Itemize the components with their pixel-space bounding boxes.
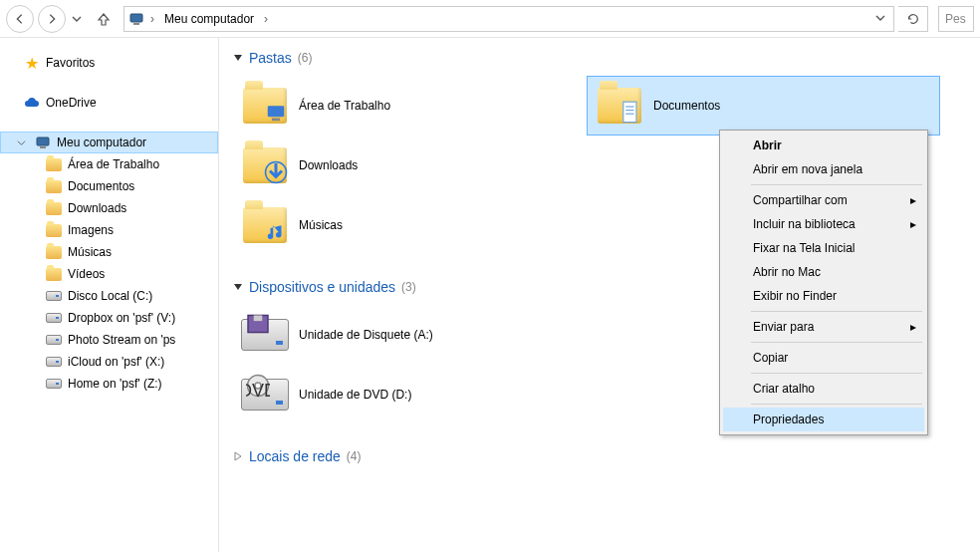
ctx-open[interactable]: Abrir <box>723 134 924 157</box>
collapse-icon <box>233 282 243 292</box>
network-drive-icon <box>46 376 62 392</box>
svg-rect-4 <box>268 106 285 117</box>
ctx-share-with[interactable]: Compartilhar com▸ <box>723 188 924 212</box>
dvd-drive-icon: DVD <box>241 371 289 418</box>
ctx-pin-start[interactable]: Fixar na Tela Inicial <box>723 236 924 260</box>
back-button[interactable] <box>6 5 34 33</box>
folder-downloads-icon <box>241 141 289 189</box>
network-drive-icon <box>46 310 62 326</box>
ctx-create-shortcut[interactable]: Criar atalho <box>723 377 924 401</box>
sidebar-item-documents[interactable]: Documentos <box>0 175 218 197</box>
sidebar-item-favorites[interactable]: ★ Favoritos <box>0 52 218 74</box>
sidebar-item-onedrive[interactable]: OneDrive <box>0 92 218 114</box>
group-header-folders[interactable]: Pastas (6) <box>233 50 966 66</box>
floppy-drive-icon <box>241 311 289 359</box>
folder-icon <box>46 244 62 260</box>
group-header-network[interactable]: Locais de rede (4) <box>233 448 966 464</box>
sidebar-item-local-disk[interactable]: Disco Local (C:) <box>0 285 218 307</box>
tile-label: Área de Trabalho <box>299 99 390 113</box>
sidebar-item-dropbox[interactable]: Dropbox on 'psf' (V:) <box>0 307 218 329</box>
navigation-pane: ★ Favoritos OneDrive Meu computador Área… <box>0 38 219 552</box>
submenu-arrow-icon: ▸ <box>910 320 916 334</box>
ctx-show-finder[interactable]: Exibir no Finder <box>723 284 924 308</box>
ctx-label: Exibir no Finder <box>753 289 837 303</box>
computer-icon <box>35 135 51 150</box>
sidebar-item-label: Home on 'psf' (Z:) <box>68 377 162 391</box>
computer-icon <box>128 11 144 27</box>
chevron-right-icon[interactable]: › <box>150 12 154 26</box>
address-dropdown[interactable] <box>871 12 889 26</box>
ctx-open-mac[interactable]: Abrir no Mac <box>723 260 924 284</box>
forward-button[interactable] <box>38 5 66 33</box>
ctx-open-new-window[interactable]: Abrir em nova janela <box>723 157 924 181</box>
sidebar-item-icloud[interactable]: iCloud on 'psf' (X:) <box>0 351 218 373</box>
ctx-separator <box>751 373 922 374</box>
search-input[interactable]: Pes <box>938 6 974 32</box>
collapse-icon <box>233 53 243 63</box>
sidebar-item-label: Vídeos <box>68 267 105 281</box>
cloud-icon <box>24 95 40 111</box>
sidebar-item-label: Músicas <box>68 245 112 259</box>
sidebar-item-label: iCloud on 'psf' (X:) <box>68 355 164 369</box>
tile-desktop[interactable]: Área de Trabalho <box>233 76 587 136</box>
sidebar-item-videos[interactable]: Vídeos <box>0 263 218 285</box>
svg-rect-1 <box>133 23 139 25</box>
sidebar-item-downloads[interactable]: Downloads <box>0 197 218 219</box>
sidebar-item-pictures[interactable]: Imagens <box>0 219 218 241</box>
tile-documents[interactable]: Documentos <box>587 76 940 136</box>
ctx-separator <box>751 404 922 405</box>
chevron-down-icon[interactable] <box>13 135 29 150</box>
chevron-right-icon[interactable]: › <box>264 12 268 26</box>
svg-rect-6 <box>623 102 636 122</box>
svg-rect-5 <box>272 119 280 122</box>
ctx-copy[interactable]: Copiar <box>723 346 924 370</box>
network-drive-icon <box>46 332 62 348</box>
tile-label: Unidade de DVD (D:) <box>299 388 411 402</box>
group-count: (4) <box>347 449 362 463</box>
ctx-label: Abrir em nova janela <box>753 162 862 176</box>
network-drive-icon <box>46 354 62 370</box>
folder-icon <box>46 156 62 172</box>
tile-label: Unidade de Disquete (A:) <box>299 328 433 342</box>
up-button[interactable] <box>92 7 116 31</box>
address-bar[interactable]: › Meu computador › <box>123 6 894 32</box>
sidebar-item-label: Documentos <box>68 179 134 193</box>
sidebar-item-label: Favoritos <box>46 56 95 70</box>
svg-rect-12 <box>254 315 263 321</box>
sidebar-item-home[interactable]: Home on 'psf' (Z:) <box>0 373 218 395</box>
expand-icon <box>233 451 243 461</box>
ctx-include-library[interactable]: Incluir na biblioteca▸ <box>723 212 924 236</box>
recent-locations-dropdown[interactable] <box>70 14 84 24</box>
tile-downloads[interactable]: Downloads <box>233 136 587 195</box>
group-title: Pastas <box>249 50 292 66</box>
tile-music[interactable]: Músicas <box>233 195 587 255</box>
address-toolbar: › Meu computador › Pes <box>0 0 980 38</box>
ctx-send-to[interactable]: Enviar para▸ <box>723 315 924 339</box>
svg-rect-2 <box>37 138 49 145</box>
tile-label: Músicas <box>299 218 343 232</box>
submenu-arrow-icon: ▸ <box>910 193 916 207</box>
sidebar-item-computer[interactable]: Meu computador <box>0 132 218 153</box>
sidebar-item-desktop[interactable]: Área de Trabalho <box>0 153 218 175</box>
ctx-separator <box>751 342 922 343</box>
sidebar-item-label: Imagens <box>68 223 114 237</box>
tile-label: Documentos <box>653 99 720 113</box>
sidebar-item-music[interactable]: Músicas <box>0 241 218 263</box>
tile-label: Downloads <box>299 158 358 172</box>
folder-music-icon <box>241 201 289 249</box>
ctx-separator <box>751 311 922 312</box>
folder-desktop-icon <box>241 82 289 130</box>
ctx-label: Abrir <box>753 138 782 152</box>
sidebar-item-label: Dropbox on 'psf' (V:) <box>68 311 175 325</box>
refresh-button[interactable] <box>898 6 928 32</box>
sidebar-item-label: OneDrive <box>46 96 97 110</box>
ctx-properties[interactable]: Propriedades <box>723 408 924 431</box>
tile-floppy[interactable]: Unidade de Disquete (A:) <box>233 305 587 365</box>
svg-rect-3 <box>40 146 46 148</box>
submenu-arrow-icon: ▸ <box>910 217 916 231</box>
folder-icon <box>46 222 62 238</box>
breadcrumb-item[interactable]: Meu computador <box>160 10 258 28</box>
sidebar-item-photostream[interactable]: Photo Stream on 'ps <box>0 329 218 351</box>
tile-dvd[interactable]: DVD Unidade de DVD (D:) <box>233 365 587 424</box>
ctx-label: Compartilhar com <box>753 193 848 207</box>
